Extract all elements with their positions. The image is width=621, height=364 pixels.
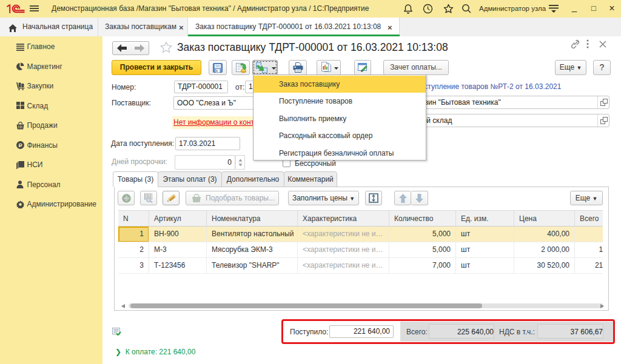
- svg-text:P: P: [19, 142, 23, 148]
